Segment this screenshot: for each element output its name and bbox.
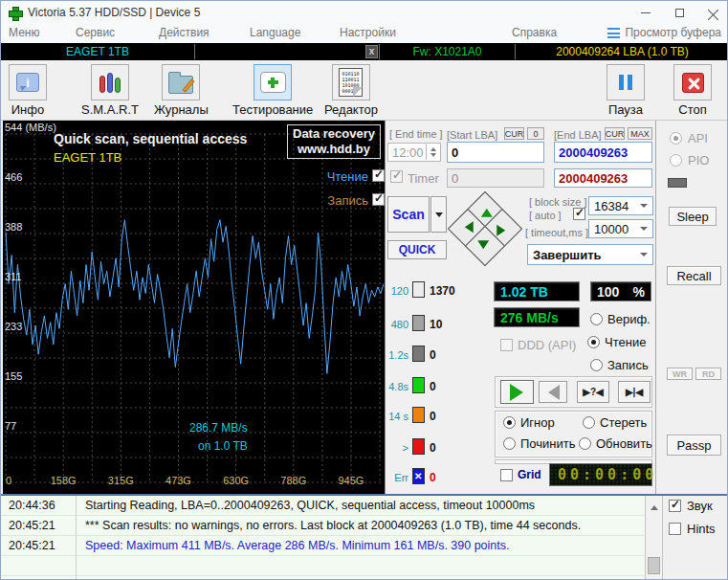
start-lba-label: [Start LBA]: [447, 129, 497, 141]
timeout-label: [ timeout,ms ]: [525, 227, 588, 238]
block-size-combo[interactable]: 16384: [588, 196, 653, 215]
start-lba-cur-button[interactable]: CUR: [504, 127, 524, 140]
log-row-empty: [1, 556, 644, 576]
action-refresh-radio[interactable]: [579, 437, 591, 450]
device-tab[interactable]: EAGET 1TB: [1, 43, 194, 60]
start-lba-input[interactable]: 0: [447, 142, 544, 163]
y-tick-label: 155: [5, 370, 22, 382]
stop-label: Стоп: [678, 102, 706, 117]
watermark-line2: www.hdd.by: [293, 142, 375, 157]
folder-pencil-icon: [168, 76, 193, 94]
auto-checkbox[interactable]: [573, 208, 585, 220]
jump-end-icon: ▶|◀: [626, 387, 643, 397]
menu-bar: Меню Сервис Действия Language Настройки …: [1, 24, 727, 43]
write-overlay-checkbox[interactable]: [372, 193, 385, 206]
read-overlay-checkbox[interactable]: [372, 169, 385, 182]
mode-verify-radio[interactable]: [590, 313, 603, 325]
right-sidebar: API PIO Sleep Recall WR RD Passp: [655, 121, 728, 494]
pio-radio[interactable]: [670, 154, 682, 167]
api-radio[interactable]: [670, 132, 682, 145]
timer-checkbox[interactable]: [390, 170, 403, 183]
menu-item-help[interactable]: Справка: [512, 26, 557, 39]
recall-button[interactable]: Recall: [667, 266, 721, 285]
wr-button[interactable]: WR: [667, 368, 693, 380]
pio-label: PIO: [688, 153, 709, 167]
testing-label: Тестирование: [232, 102, 313, 117]
stat-color-box: [412, 377, 425, 393]
end-time-spinner[interactable]: 12:00: [387, 143, 441, 162]
stop-icon: [682, 73, 704, 93]
info-button[interactable]: i Инфо: [9, 64, 47, 117]
logs-button[interactable]: Журналы: [154, 64, 209, 117]
watermark-line1: Data recovery: [293, 126, 375, 142]
sound-checkbox[interactable]: [669, 500, 681, 512]
after-scan-action-combo[interactable]: Завершить: [527, 244, 653, 265]
menu-item-menu[interactable]: Меню: [9, 26, 39, 39]
end-lba-input[interactable]: 2000409263: [554, 142, 652, 163]
ddd-checkbox[interactable]: [500, 339, 513, 351]
quick-button[interactable]: QUICK: [387, 240, 447, 259]
maximize-button[interactable]: [665, 1, 694, 24]
start-lba-zero-button[interactable]: 0: [527, 127, 544, 140]
action-ignore-radio[interactable]: [503, 416, 516, 429]
back-icon: [540, 385, 560, 400]
buffer-view-label: Просмотр буфера: [625, 26, 721, 39]
grid-checkbox[interactable]: [500, 469, 513, 481]
pause-button[interactable]: Пауза: [607, 64, 645, 117]
mode-read-radio[interactable]: [587, 336, 600, 348]
sleep-button[interactable]: Sleep: [669, 207, 717, 226]
tab-close-button[interactable]: x: [365, 45, 378, 58]
average-speed-note: 286.7 MB/s: [189, 421, 248, 435]
menu-item-language[interactable]: Language: [250, 26, 300, 39]
stop-button[interactable]: Стоп: [673, 64, 712, 117]
hints-checkbox[interactable]: [669, 523, 681, 535]
binary-line: 0001: [342, 88, 362, 94]
end-time-label: [ End time ]: [389, 128, 443, 140]
activity-indicator: [668, 178, 687, 188]
log-time: 20:44:36: [9, 499, 55, 512]
toolbar: i Инфо S.M.A.R.T Журналы Тестирование 01…: [1, 60, 727, 121]
start-test-button[interactable]: [500, 380, 534, 404]
block-size-value: 16384: [594, 199, 629, 213]
menu-item-settings[interactable]: Настройки: [340, 26, 396, 39]
smart-label: S.M.A.R.T: [81, 102, 139, 117]
action-remap-radio[interactable]: [503, 437, 516, 450]
watermark: Data recovery www.hdd.by: [287, 124, 381, 159]
grid-label: Grid: [518, 468, 541, 481]
scan-dropdown-button[interactable]: [430, 196, 447, 233]
seek-test-icon: ▶?◀: [583, 387, 604, 397]
firmware-label: Fw: X1021A0: [412, 45, 481, 58]
firmware-segment: Fw: X1021A0: [380, 43, 515, 60]
scroll-thumb[interactable]: [648, 557, 660, 574]
editor-button[interactable]: 010110 110011 101000 0001 Редактор: [324, 64, 378, 117]
seek-test-button[interactable]: ▶?◀: [577, 381, 609, 403]
log-row: 20:45:21 *** Scan results: no warnings, …: [1, 516, 644, 536]
timeout-value: 10000: [594, 222, 629, 236]
hints-label: Hints: [687, 522, 716, 536]
buffer-view-button[interactable]: Просмотр буфера: [607, 26, 721, 39]
scan-button[interactable]: Scan: [387, 196, 430, 233]
smart-button[interactable]: S.M.A.R.T: [81, 64, 139, 117]
arrow-down-icon: [477, 240, 489, 255]
mode-write-radio[interactable]: [590, 359, 603, 371]
percent-value: 100: [597, 284, 619, 300]
rd-button[interactable]: RD: [695, 368, 721, 380]
timeout-combo[interactable]: 10000: [588, 219, 653, 238]
log-scrollbar[interactable]: [645, 496, 662, 580]
end-lba-max-button[interactable]: MAX: [628, 127, 652, 140]
jump-end-button[interactable]: ▶|◀: [618, 381, 651, 403]
testing-button[interactable]: Тестирование: [232, 64, 313, 117]
y-tick-label: 233: [5, 321, 22, 332]
minimize-button[interactable]: [631, 1, 660, 24]
elapsed-time-value: 00:00:00: [558, 466, 657, 483]
passport-button[interactable]: Passp: [667, 435, 721, 456]
error-color-box: [412, 468, 425, 484]
close-button[interactable]: [698, 1, 727, 24]
step-back-button[interactable]: [539, 381, 567, 403]
menu-item-service[interactable]: Сервис: [76, 26, 115, 39]
action-erase-radio[interactable]: [583, 416, 595, 429]
log-column-divider: [76, 496, 77, 580]
spinner-arrows[interactable]: [426, 145, 439, 160]
end-lba-cur-button[interactable]: CUR: [605, 127, 625, 140]
menu-item-actions[interactable]: Действия: [159, 26, 210, 39]
